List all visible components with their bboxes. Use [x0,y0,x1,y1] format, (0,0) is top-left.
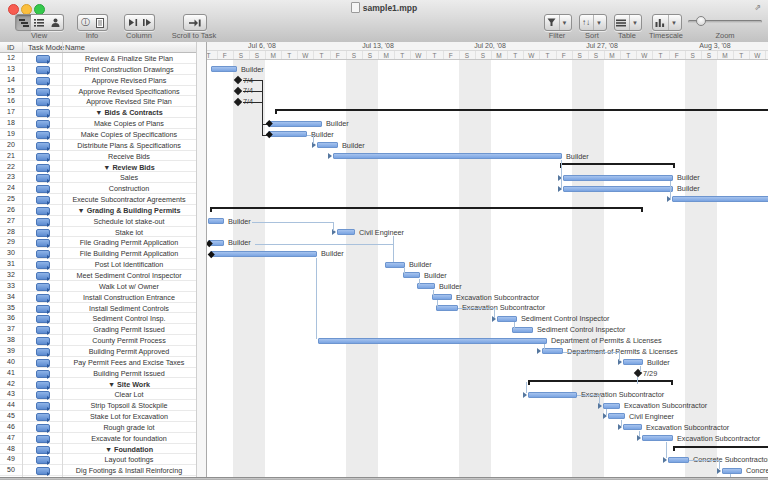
table-row[interactable]: 41Building Permit Issued [0,368,196,379]
task-bar[interactable] [497,316,517,322]
task-name-cell[interactable]: Print Construction Drawings [62,65,196,74]
task-name-cell[interactable]: Grading Permit Issued [62,325,196,334]
column-header-task-mode[interactable]: Task Mode [28,43,64,52]
task-mode-icon[interactable] [36,142,50,150]
task-bar[interactable] [668,457,689,463]
task-bar[interactable] [432,294,452,300]
table-row[interactable]: 43Clear Lot [0,389,196,400]
task-name-cell[interactable]: ▼ Grading & Building Permits [62,206,196,215]
task-mode-icon[interactable] [36,207,50,215]
task-name-cell[interactable]: Approve Revised Specifications [62,87,196,96]
table-row[interactable]: 31Post Lot Identification [0,259,196,270]
timescale-week-header[interactable]: Jul 6, '08Jul 13, '08Jul 20, '08Jul 27, … [207,42,768,51]
task-mode-icon[interactable] [36,359,50,367]
hide-column-button[interactable] [139,14,155,31]
task-mode-icon[interactable] [36,413,50,421]
table-row[interactable]: 48▼ Foundation [0,444,196,455]
task-name-cell[interactable]: Make Copies of Specifications [62,130,196,139]
task-name-cell[interactable]: Walk Lot w/ Owner [62,282,196,291]
table-row[interactable]: 19Make Copies of Specifications [0,129,196,140]
zoom-slider[interactable] [688,20,762,23]
task-name-cell[interactable]: Receive Bids [62,152,196,161]
task-bar[interactable] [436,305,458,311]
task-mode-icon[interactable] [36,337,50,345]
table-row[interactable]: 44Strip Topsoil & Stockpile [0,400,196,411]
task-bar[interactable] [403,272,420,278]
summary-bar[interactable] [210,207,643,209]
table-row[interactable]: 30File Building Permit Application [0,248,196,259]
task-mode-icon[interactable] [36,109,50,117]
scroll-to-task-button[interactable] [183,14,207,31]
task-mode-icon[interactable] [36,153,50,161]
table-row[interactable]: 21Receive Bids [0,151,196,162]
table-row[interactable]: 20Distribute Plans & Specifications [0,140,196,151]
task-name-cell[interactable]: ▼ Foundation [62,445,196,454]
task-mode-icon[interactable] [36,88,50,96]
task-bar[interactable] [268,121,322,127]
task-bar[interactable] [317,142,338,148]
table-row[interactable]: 34Install Construction Entrance [0,292,196,303]
task-mode-icon[interactable] [36,315,50,323]
table-row[interactable]: 38County Permit Process [0,335,196,346]
table-row[interactable]: 12Review & Finalize Site Plan [0,53,196,64]
task-mode-icon[interactable] [36,66,50,74]
task-name-cell[interactable]: Sediment Control Insp. [62,314,196,323]
summary-bar[interactable] [673,446,768,448]
task-name-cell[interactable]: ▼ Site Work [62,380,196,389]
list-view-button[interactable] [31,14,48,31]
summary-bar[interactable] [275,109,768,111]
table-row[interactable]: 27Schedule lot stake-out [0,216,196,227]
task-mode-icon[interactable] [36,196,50,204]
task-name-cell[interactable]: Install Construction Entrance [62,293,196,302]
task-name-cell[interactable]: Post Lot Identification [62,260,196,269]
task-bar[interactable] [563,186,673,192]
table-row[interactable]: 35Install Sediment Controls [0,303,196,314]
task-bar[interactable] [623,359,643,365]
task-mode-icon[interactable] [36,250,50,258]
task-bar[interactable] [542,348,563,354]
table-row[interactable]: 47Excavate for foundation [0,433,196,444]
task-mode-icon[interactable] [36,456,50,464]
table-row[interactable]: 13Print Construction Drawings [0,64,196,75]
table-row[interactable]: 37Grading Permit Issued [0,324,196,335]
table-row[interactable]: 32Meet Sediment Control Inspector [0,270,196,281]
table-button[interactable]: ▼ [614,14,642,31]
task-bar[interactable] [722,468,742,474]
task-mode-icon[interactable] [36,77,50,85]
task-name-cell[interactable]: Approve Revised Plans [62,76,196,85]
task-name-cell[interactable]: Install Sediment Controls [62,304,196,313]
task-bar[interactable] [318,338,547,344]
task-mode-icon[interactable] [36,283,50,291]
task-name-cell[interactable]: Execute Subcontractor Agreements [62,195,196,204]
task-mode-icon[interactable] [36,239,50,247]
task-name-cell[interactable]: Building Permit Approved [62,347,196,356]
task-mode-icon[interactable] [36,261,50,269]
task-name-cell[interactable]: File Building Permit Application [62,249,196,258]
fullscreen-icon[interactable]: ⇗ [754,3,761,12]
table-row[interactable]: 16Approve Revised Site Plan [0,96,196,107]
table-row[interactable]: 29File Grading Permit Application [0,237,196,248]
task-name-cell[interactable]: Building Permit Issued [62,369,196,378]
task-name-cell[interactable]: Layout footings [62,455,196,464]
table-row[interactable]: 50Dig Footings & Install Reinforcing [0,465,196,476]
task-name-cell[interactable]: Schedule lot stake-out [62,217,196,226]
table-row[interactable]: 14Approve Revised Plans [0,75,196,86]
table-row[interactable]: 46Rough grade lot [0,422,196,433]
task-bar[interactable] [210,251,317,257]
resource-view-button[interactable] [47,14,64,31]
task-bar[interactable] [512,327,533,333]
timescale-button[interactable]: ▼ [652,14,682,31]
zoom-slider-knob[interactable] [696,16,706,26]
task-mode-icon[interactable] [36,305,50,313]
column-header-name[interactable]: Name [65,43,85,52]
task-mode-icon[interactable] [36,402,50,410]
task-bar[interactable] [642,435,673,441]
titlebar[interactable]: sample1.mpp ⇗ [0,0,768,15]
task-mode-icon[interactable] [36,348,50,356]
sort-button[interactable]: ↑↓ ▼ [579,14,607,31]
task-mode-icon[interactable] [36,185,50,193]
task-name-cell[interactable]: File Grading Permit Application [62,238,196,247]
task-name-cell[interactable]: Construction [62,184,196,193]
task-mode-icon[interactable] [36,229,50,237]
task-mode-icon[interactable] [36,446,50,454]
